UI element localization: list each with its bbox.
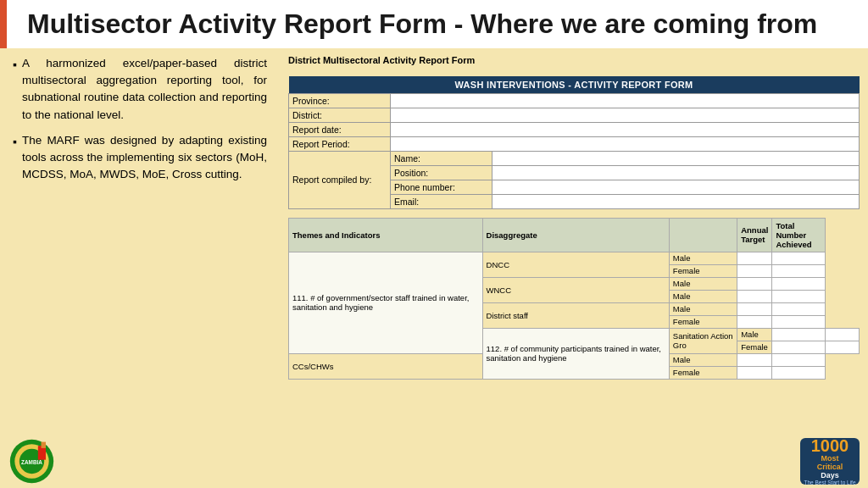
badge-most: Most [821, 454, 839, 463]
gender-male: Male [669, 252, 737, 264]
disagg-district-staff: District staff [482, 302, 669, 328]
annual-target-cell [737, 252, 772, 264]
report-date-value [391, 122, 860, 136]
gender-female: Female [669, 366, 737, 379]
name-label: Name: [391, 151, 492, 165]
footer: ZAMBIA 1000 Most Critical Days The Best … [0, 437, 868, 488]
table-row: Report compiled by: Name: [289, 151, 860, 165]
theme-112: 112. # of community participants trained… [482, 328, 669, 379]
table-row: Report date: [289, 122, 860, 136]
indicators-table: Themes and Indicators Disaggregate Annua… [288, 218, 860, 380]
province-label: Province: [289, 93, 391, 108]
annual-target-cell [737, 366, 772, 379]
disagg-ccs: CCs/CHWs [289, 353, 483, 379]
badge-critical: Critical [817, 463, 843, 471]
table-row: 111. # of government/sector staff traine… [289, 252, 860, 264]
achieved-cell [825, 328, 859, 341]
col-disaggregate: Disaggregate [482, 218, 669, 252]
achieved-cell [772, 264, 826, 277]
phone-label: Phone number: [391, 180, 492, 194]
annual-target-cell [772, 341, 826, 353]
name-value [492, 151, 860, 165]
achieved-cell [772, 290, 826, 302]
table-row: Report Period: [289, 136, 860, 151]
col-annual-target: AnnualTarget [737, 218, 772, 252]
gender-female: Female [737, 341, 772, 353]
achieved-cell [772, 315, 826, 328]
gender-male: Male [737, 328, 772, 341]
form-header: WASH INTERVENTIONS - ACTIVITY REPORT FOR… [289, 76, 860, 94]
table-row: Province: [289, 93, 860, 108]
gender-male2: Male [669, 290, 737, 302]
disagg-wncc: WNCC [482, 277, 669, 302]
theme-111: 111. # of government/sector staff traine… [289, 252, 483, 353]
slide: Multisector Activity Report Form - Where… [0, 0, 868, 488]
report-period-value [391, 136, 860, 151]
bullet-icon-2: ▪ [13, 133, 17, 151]
annual-target-cell [737, 302, 772, 315]
form-label: District Multisectoral Activity Report F… [288, 55, 860, 65]
email-label: Email: [391, 194, 492, 208]
left-panel: ▪ A harmonized excel/paper-based distric… [8, 55, 271, 430]
zambia-logo-svg: ZAMBIA [8, 438, 55, 485]
annual-target-cell [737, 277, 772, 290]
achieved-cell [772, 353, 826, 366]
gender-female: Female [669, 264, 737, 277]
district-label: District: [289, 108, 391, 122]
table-header-row: Themes and Indicators Disaggregate Annua… [289, 218, 860, 252]
content-area: ▪ A harmonized excel/paper-based distric… [0, 48, 868, 437]
table-row: District: [289, 108, 860, 122]
svg-rect-4 [42, 442, 47, 448]
right-panel: District Multisectoral Activity Report F… [288, 55, 860, 430]
disagg-dncc: DNCC [482, 252, 669, 277]
email-value [492, 194, 860, 208]
report-period-label: Report Period: [289, 136, 391, 151]
bullet-item-1: ▪ A harmonized excel/paper-based distric… [13, 55, 267, 124]
district-value [391, 108, 860, 122]
achieved-cell [772, 277, 826, 290]
badge-subtitle: The Best Start to Life [804, 480, 855, 485]
gender-female: Female [669, 315, 737, 328]
phone-value [492, 180, 860, 194]
achieved-cell [825, 341, 859, 353]
header: Multisector Activity Report Form - Where… [0, 0, 868, 48]
critical-days-badge: 1000 Most Critical Days The Best Start t… [800, 438, 860, 485]
gender-male: Male [669, 302, 737, 315]
annual-target-cell [737, 315, 772, 328]
bullet-item-2: ▪ The MARF was designed by adapting exis… [13, 132, 267, 184]
achieved-cell [772, 302, 826, 315]
annual-target-cell [737, 264, 772, 277]
annual-target-cell [772, 328, 826, 341]
bullet-icon-1: ▪ [13, 56, 17, 74]
badge-days: Days [821, 471, 839, 480]
bullet-text-2: The MARF was designed by adapting existi… [22, 132, 267, 184]
position-label: Position: [391, 165, 492, 180]
zambia-logo: ZAMBIA [8, 438, 55, 485]
col-themes: Themes and Indicators [289, 218, 483, 252]
province-value [391, 93, 860, 108]
achieved-cell [772, 252, 826, 264]
report-date-label: Report date: [289, 122, 391, 136]
bullet-text-1: A harmonized excel/paper-based district … [22, 55, 267, 124]
col-total-achieved: Total NumberAchieved [772, 218, 826, 252]
achieved-cell [772, 366, 826, 379]
gender-male: Male [669, 353, 737, 366]
annual-target-cell [737, 353, 772, 366]
col-empty [669, 218, 737, 252]
header-accent [0, 0, 7, 48]
badge-number: 1000 [811, 437, 849, 454]
position-value [492, 165, 860, 180]
gender-male: Male [669, 277, 737, 290]
svg-text:ZAMBIA: ZAMBIA [21, 459, 42, 465]
compiled-by-label: Report compiled by: [289, 151, 391, 208]
slide-title: Multisector Activity Report Form - Where… [27, 8, 817, 40]
annual-target-cell [737, 290, 772, 302]
wash-form-table: WASH INTERVENTIONS - ACTIVITY REPORT FOR… [288, 76, 860, 209]
disagg-sanitation: Sanitation Action Gro [669, 328, 737, 353]
